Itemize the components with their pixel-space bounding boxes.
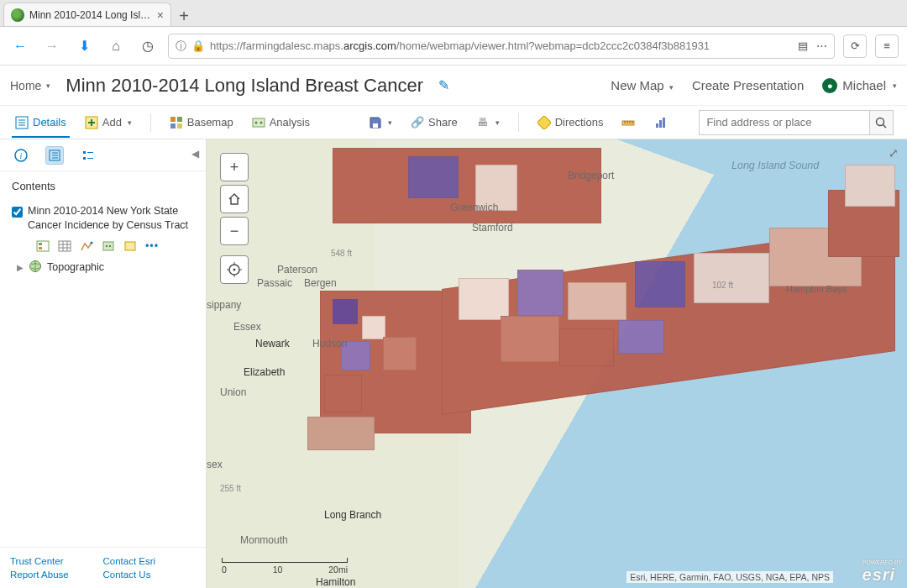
downloads-icon[interactable]: ⬇ <box>72 34 96 58</box>
analysis-button[interactable]: Analysis <box>250 108 312 138</box>
scalebar: 0 10 20mi <box>222 558 348 575</box>
svg-rect-8 <box>177 117 182 122</box>
esri-logo[interactable]: POWERED BY esri <box>862 559 902 585</box>
details-button[interactable]: Details <box>13 108 68 138</box>
elevation-label: 102 ft <box>712 281 733 290</box>
map-label: Hampton Bays <box>786 284 847 294</box>
svg-rect-21 <box>656 123 658 128</box>
site-info-icon[interactable]: ⓘ <box>176 39 186 54</box>
share-button[interactable]: 🔗 Share <box>409 108 459 138</box>
trust-center-link[interactable]: Trust Center <box>10 556 103 566</box>
collapse-sidebar-icon[interactable]: ◀ <box>191 148 199 160</box>
svg-rect-9 <box>170 123 176 129</box>
default-extent-button[interactable] <box>220 185 249 213</box>
layer-visibility-checkbox[interactable] <box>12 207 23 218</box>
legend-tab-icon[interactable] <box>79 146 97 165</box>
bookmarks-button[interactable] <box>652 108 668 138</box>
browser-tab[interactable]: Minn 2010-2014 Long Isl… × <box>3 3 171 26</box>
print-icon: 🖶 <box>476 116 490 129</box>
expand-icon[interactable]: ▶ <box>17 263 24 272</box>
change-style-icon[interactable] <box>79 239 94 253</box>
locate-icon <box>227 262 242 277</box>
new-map-link[interactable]: New Map ▾ <box>611 78 674 92</box>
svg-rect-32 <box>83 151 86 154</box>
map-label: Essex <box>233 321 261 333</box>
sidebar: i ◀ Contents Minn 2010-2014 New York Sta… <box>0 139 207 588</box>
search-box[interactable] <box>699 110 894 135</box>
locate-button[interactable] <box>220 255 249 284</box>
edit-title-icon[interactable]: ✎ <box>438 77 449 93</box>
reload-button[interactable]: ⟳ <box>843 34 867 58</box>
footer-links: Trust Center Contact Esri Report Abuse C… <box>0 547 206 588</box>
search-button[interactable] <box>869 111 893 134</box>
filter-icon[interactable] <box>101 239 116 253</box>
url-bar[interactable]: ⓘ 🔒 https://farmingdalesc.maps.arcgis.co… <box>168 34 835 59</box>
add-button[interactable]: Add ▾ <box>83 108 134 138</box>
map-label: Union <box>220 386 246 398</box>
browser-tab-strip: Minn 2010-2014 Long Isl… × + <box>0 0 907 27</box>
map-label: Stamford <box>472 222 513 234</box>
layer-label: Minn 2010-2014 New York State Cancer Inc… <box>28 204 197 233</box>
save-button[interactable]: ▾ <box>367 108 394 138</box>
more-options-icon[interactable]: ••• <box>144 239 160 253</box>
home-icon[interactable]: ⌂ <box>104 34 128 58</box>
map-canvas[interactable]: Bridgeport Greenwich Stamford Paterson P… <box>207 139 907 588</box>
about-tab-icon[interactable]: i <box>12 146 30 165</box>
forward-button[interactable]: → <box>40 34 64 58</box>
map-attribution[interactable]: Esri, HERE, Garmin, FAO, USGS, NGA, EPA,… <box>627 571 833 583</box>
elevation-label: 255 ft <box>220 484 241 493</box>
user-menu[interactable]: ● Michael ▾ <box>822 78 897 93</box>
svg-line-25 <box>883 124 887 128</box>
basemap-icon <box>170 116 183 129</box>
page-actions-icon[interactable]: ⋯ <box>816 39 827 52</box>
directions-button[interactable]: Directions <box>536 108 606 138</box>
measure-button[interactable] <box>620 108 637 138</box>
tab-title: Minn 2010-2014 Long Isl… <box>29 9 150 21</box>
expand-map-icon[interactable]: ⤢ <box>889 146 899 160</box>
svg-point-12 <box>254 121 257 123</box>
reader-mode-icon[interactable]: ▤ <box>798 39 808 52</box>
contents-tab-icon[interactable] <box>45 146 64 165</box>
svg-rect-48 <box>125 242 135 250</box>
perform-analysis-icon[interactable] <box>123 239 138 253</box>
menu-button[interactable]: ≡ <box>875 34 899 58</box>
svg-rect-39 <box>59 241 71 251</box>
report-abuse-link[interactable]: Report Abuse <box>10 570 103 580</box>
svg-rect-38 <box>39 247 42 249</box>
new-tab-button[interactable]: + <box>171 6 197 26</box>
svg-rect-10 <box>177 123 182 129</box>
zoom-in-button[interactable]: + <box>220 153 249 181</box>
contact-us-link[interactable]: Contact Us <box>103 570 197 580</box>
page-title: Minn 2010-2014 Long Island Breast Cancer <box>66 75 423 97</box>
app-header: Home▾ Minn 2010-2014 Long Island Breast … <box>0 66 907 106</box>
close-tab-icon[interactable]: × <box>157 8 164 22</box>
home-link[interactable]: Home▾ <box>10 79 50 92</box>
history-icon[interactable]: ◷ <box>136 34 160 58</box>
layer-item[interactable]: Minn 2010-2014 New York State Cancer Inc… <box>12 201 197 236</box>
map-label: Long Branch <box>324 509 381 521</box>
map-label: Passaic <box>257 277 292 289</box>
svg-point-47 <box>109 245 111 247</box>
map-label: Newark <box>255 338 290 349</box>
create-presentation-link[interactable]: Create Presentation <box>692 78 804 92</box>
globe-icon <box>29 260 42 276</box>
svg-point-46 <box>106 245 107 247</box>
svg-point-13 <box>260 121 262 123</box>
analysis-icon <box>252 116 265 129</box>
map-label: Bergen <box>304 277 337 289</box>
svg-rect-37 <box>39 243 42 245</box>
zoom-out-button[interactable]: − <box>220 217 249 245</box>
basemap-layer-item[interactable]: ▶ Topographic <box>12 256 197 279</box>
show-legend-icon[interactable] <box>35 239 50 253</box>
print-button[interactable]: 🖶▾ <box>474 108 501 138</box>
back-button[interactable]: ← <box>8 34 32 58</box>
save-icon <box>369 116 382 129</box>
zoom-controls: + − <box>220 153 249 284</box>
contact-esri-link[interactable]: Contact Esri <box>103 556 197 566</box>
basemap-button[interactable]: Basemap <box>168 108 235 138</box>
lock-icon: 🔒 <box>191 39 205 52</box>
show-table-icon[interactable] <box>57 239 72 253</box>
avatar: ● <box>822 78 837 93</box>
search-input[interactable] <box>700 116 869 129</box>
svg-rect-15 <box>537 116 551 129</box>
